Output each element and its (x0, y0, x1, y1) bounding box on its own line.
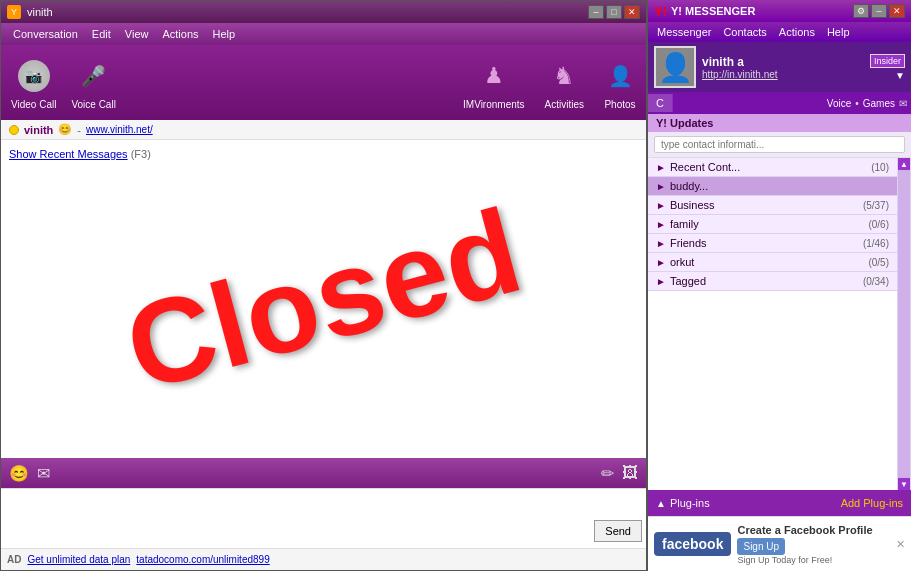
user-website-link[interactable]: www.vinith.net/ (86, 124, 153, 135)
window-title: vinith (27, 6, 53, 18)
show-recent-messages-link[interactable]: Show Recent Messages (9, 148, 128, 160)
tab-contacts[interactable]: C (648, 94, 673, 112)
fb-ad-close-icon[interactable]: ✕ (896, 538, 905, 551)
updates-header: Y! Updates (648, 114, 911, 132)
add-plugins-link[interactable]: Add Plug-ins (841, 497, 903, 509)
activities-button[interactable]: ♞ Activities (545, 56, 584, 110)
send-button[interactable]: Send (594, 520, 642, 542)
dropdown-arrow-icon[interactable]: ▼ (895, 70, 905, 81)
group-arrow-tagged-icon: ► (656, 276, 666, 287)
message-input[interactable] (5, 494, 594, 544)
messenger-minimize-btn[interactable]: – (871, 4, 887, 18)
emoticon-icon[interactable]: 😊 (9, 464, 29, 483)
show-recent-shortcut: (F3) (131, 148, 151, 160)
chat-formatting-toolbar: 😊 ✉ ✏ 🖼 (1, 458, 646, 488)
group-arrow-business-icon: ► (656, 200, 666, 211)
image-icon[interactable]: 🖼 (622, 464, 638, 482)
contacts-section: Y! Updates ► Recent Cont... (10) ► buddy… (648, 114, 911, 490)
username-label: vinith (24, 124, 53, 136)
group-buddy[interactable]: ► buddy... (648, 177, 897, 196)
video-call-button[interactable]: 📷 Video Call (11, 56, 56, 110)
maximize-button[interactable]: □ (606, 5, 622, 19)
messenger-panel: Y! Y! MESSENGER ⚙ – ✕ Messenger Contacts… (647, 0, 911, 571)
messenger-title-bar: Y! Y! MESSENGER ⚙ – ✕ (648, 0, 911, 22)
message-input-area: Send (1, 488, 646, 548)
fb-ad-title: Create a Facebook Profile (737, 524, 890, 536)
group-count-tagged: (0/34) (863, 276, 889, 287)
menu-help[interactable]: Help (207, 26, 242, 42)
imvironments-icon: ♟ (484, 63, 504, 89)
user-status-bar: vinith 😊 - www.vinith.net/ (1, 120, 646, 140)
scroll-up-btn[interactable]: ▲ (898, 158, 910, 170)
menu-actions-right[interactable]: Actions (774, 25, 820, 39)
group-recent-contacts[interactable]: ► Recent Cont... (10) (648, 158, 897, 177)
photos-button[interactable]: 👤 Photos (604, 56, 636, 110)
photos-icon: 👤 (608, 64, 633, 88)
minimize-button[interactable]: – (588, 5, 604, 19)
close-button[interactable]: ✕ (624, 5, 640, 19)
closed-overlay: Closed (1, 140, 646, 458)
voice-tab-label[interactable]: Voice (827, 98, 851, 109)
menu-view[interactable]: View (119, 26, 155, 42)
group-name-recent: Recent Cont... (670, 161, 867, 173)
fb-ad-content: Create a Facebook Profile Sign Up Sign U… (737, 524, 890, 565)
group-family[interactable]: ► family (0/6) (648, 215, 897, 234)
fb-ad-subtitle: Sign Up Today for Free! (737, 555, 890, 565)
online-status-dot (9, 125, 19, 135)
games-tab-label[interactable]: Games (863, 98, 895, 109)
menu-help-right[interactable]: Help (822, 25, 855, 39)
group-count-orkut: (0/5) (868, 257, 889, 268)
yahoo-exclamation: Y! (654, 4, 667, 19)
voice-call-label: Voice Call (71, 99, 115, 110)
format-icon[interactable]: ✏ (601, 464, 614, 483)
group-orkut[interactable]: ► orkut (0/5) (648, 253, 897, 272)
group-name-business: Business (670, 199, 859, 211)
messenger-menu-bar: Messenger Contacts Actions Help (648, 22, 911, 42)
messenger-tabs-bar: C Voice • Games ✉ (648, 92, 911, 114)
plugins-label[interactable]: Plug-ins (670, 497, 710, 509)
group-expand-arrow-icon-2: ► (656, 181, 666, 192)
fb-signup-button[interactable]: Sign Up (737, 538, 785, 555)
ad-label: AD (7, 554, 21, 565)
messenger-settings-btn[interactable]: ⚙ (853, 4, 869, 18)
bullet-sep: • (855, 98, 859, 109)
group-count-friends: (1/46) (863, 238, 889, 249)
group-business[interactable]: ► Business (5/37) (648, 196, 897, 215)
group-count-recent: (10) (871, 162, 889, 173)
profile-bar: 👤 vinith a http://in.vinith.net Insider … (648, 42, 911, 92)
profile-url[interactable]: http://in.vinith.net (702, 69, 864, 80)
insider-badge: Insider (870, 54, 905, 68)
contacts-scrollbar[interactable]: ▲ ▼ (897, 158, 911, 490)
menu-contacts[interactable]: Contacts (718, 25, 771, 39)
contact-search-input[interactable] (654, 136, 905, 153)
menu-conversation[interactable]: Conversation (7, 26, 84, 42)
conversation-panel: Y vinith – □ ✕ Conversation Edit View Ac… (0, 0, 647, 571)
group-name-friends: Friends (670, 237, 859, 249)
group-tagged[interactable]: ► Tagged (0/34) (648, 272, 897, 291)
wink-icon[interactable]: ✉ (37, 464, 50, 483)
contacts-list: ► Recent Cont... (10) ► buddy... ► Busin… (648, 158, 897, 490)
group-arrow-orkut-icon: ► (656, 257, 666, 268)
closed-text: Closed (112, 181, 534, 418)
scroll-track (898, 170, 910, 478)
window-icon: Y (7, 5, 21, 19)
chat-message-area: Show Recent Messages (F3) Closed (1, 140, 646, 458)
updates-title: Y! Updates (656, 117, 713, 129)
ad-text[interactable]: Get unlimited data plan (27, 554, 130, 565)
profile-options: Insider ▼ (870, 54, 905, 81)
contacts-list-container: ► Recent Cont... (10) ► buddy... ► Busin… (648, 158, 911, 490)
email-icon[interactable]: ✉ (899, 98, 907, 109)
scroll-down-btn[interactable]: ▼ (898, 478, 910, 490)
group-friends[interactable]: ► Friends (1/46) (648, 234, 897, 253)
title-bar: Y vinith – □ ✕ (1, 1, 646, 23)
messenger-close-btn[interactable]: ✕ (889, 4, 905, 18)
menu-actions[interactable]: Actions (156, 26, 204, 42)
activities-label: Activities (545, 99, 584, 110)
menu-edit[interactable]: Edit (86, 26, 117, 42)
imvironments-button[interactable]: ♟ IMVironments (463, 56, 525, 110)
group-name-family: family (670, 218, 865, 230)
menu-messenger[interactable]: Messenger (652, 25, 716, 39)
ad-link[interactable]: tatadocomo.com/unlimited899 (136, 554, 269, 565)
group-expand-arrow-icon: ► (656, 162, 666, 173)
voice-call-button[interactable]: 🎤 Voice Call (71, 56, 115, 110)
